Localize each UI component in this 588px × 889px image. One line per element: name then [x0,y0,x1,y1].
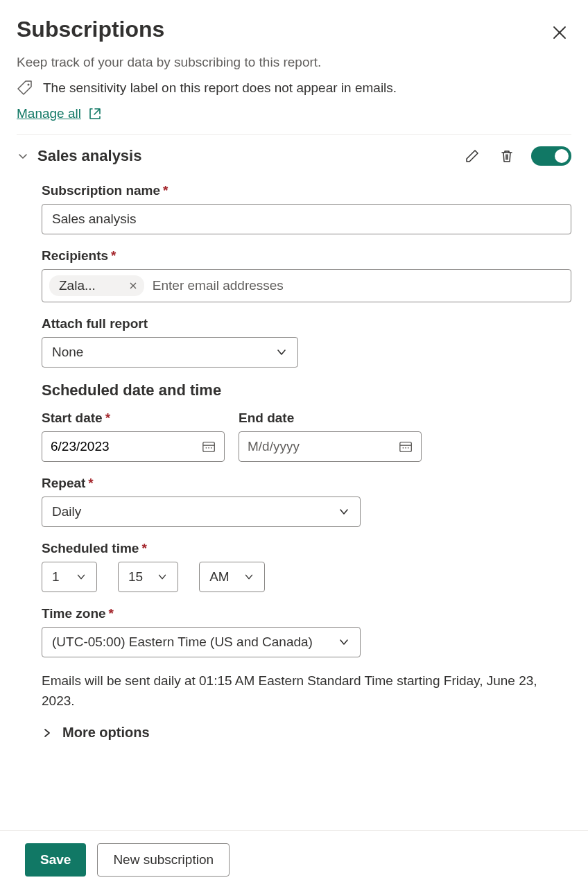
schedule-heading: Scheduled date and time [42,381,571,399]
svg-point-8 [408,447,409,449]
manage-all-link[interactable]: Manage all [17,106,102,121]
svg-point-0 [28,84,30,86]
schedule-summary: Emails will be sent daily at 01:15 AM Ea… [42,671,571,711]
ampm-select[interactable]: AM [199,562,265,592]
chevron-down-icon [338,636,350,648]
subscription-name-input[interactable] [42,204,571,234]
minute-select[interactable]: 15 [118,562,178,592]
divider [17,134,571,135]
close-icon [552,25,567,40]
page-title: Subscriptions [17,17,164,42]
repeat-label: Repeat* [42,476,571,491]
delete-button[interactable] [496,146,517,166]
svg-point-3 [208,447,209,449]
minute-value: 15 [128,569,143,585]
page-subtitle: Keep track of your data by subscribing t… [17,55,571,70]
calendar-icon [399,440,413,454]
sensitivity-note: The sensitivity label on this report doe… [43,80,397,96]
chevron-down-icon[interactable] [17,150,29,162]
remove-recipient-button[interactable] [129,282,137,290]
end-date-label: End date [239,411,422,426]
scheduled-time-label: Scheduled time* [42,541,571,556]
timezone-select[interactable]: (UTC-05:00) Eastern Time (US and Canada) [42,627,361,657]
svg-rect-1 [203,442,214,452]
section-title: Sales analysis [37,147,141,165]
svg-rect-5 [400,442,411,452]
calendar-icon [202,440,216,454]
attach-label: Attach full report [42,316,571,331]
recipients-input-container[interactable]: Zala... [42,269,571,302]
external-link-icon [88,107,102,121]
more-options-label: More options [62,725,150,741]
edit-button[interactable] [462,146,483,166]
trash-icon [499,148,514,164]
tag-icon [17,80,33,96]
repeat-value: Daily [52,504,81,519]
chevron-down-icon [338,506,350,518]
chevron-down-icon [275,346,288,359]
chevron-right-icon [42,727,53,739]
start-date-input[interactable] [42,431,225,462]
chevron-down-icon [76,571,87,582]
more-options-toggle[interactable]: More options [42,725,571,741]
manage-all-label: Manage all [17,106,81,121]
start-date-label: Start date* [42,411,225,426]
close-button[interactable] [548,21,571,44]
end-date-input[interactable] [239,431,422,462]
hour-value: 1 [52,569,60,585]
svg-point-6 [402,447,404,449]
enable-toggle[interactable] [531,146,571,166]
end-date-field[interactable] [248,439,399,454]
recipients-input[interactable] [153,278,564,293]
svg-point-4 [211,447,212,449]
ampm-value: AM [209,569,230,585]
attach-value: None [52,345,83,360]
timezone-label: Time zone* [42,606,571,621]
chevron-down-icon [243,571,254,582]
svg-point-2 [205,447,207,449]
close-icon [129,282,137,290]
start-date-field[interactable] [51,439,202,454]
save-button[interactable]: Save [25,843,86,877]
chevron-down-icon [157,571,168,582]
subscription-name-label: Subscription name* [42,183,571,198]
timezone-value: (UTC-05:00) Eastern Time (US and Canada) [52,635,313,650]
attach-select[interactable]: None [42,337,298,368]
repeat-select[interactable]: Daily [42,497,361,527]
recipient-chip: Zala... [49,275,144,296]
new-subscription-button[interactable]: New subscription [97,843,230,877]
hour-select[interactable]: 1 [42,562,97,592]
pencil-icon [465,148,480,164]
recipients-label: Recipients* [42,248,571,264]
footer: Save New subscription [0,830,588,889]
recipient-chip-label: Zala... [59,278,96,293]
svg-point-7 [405,447,406,449]
